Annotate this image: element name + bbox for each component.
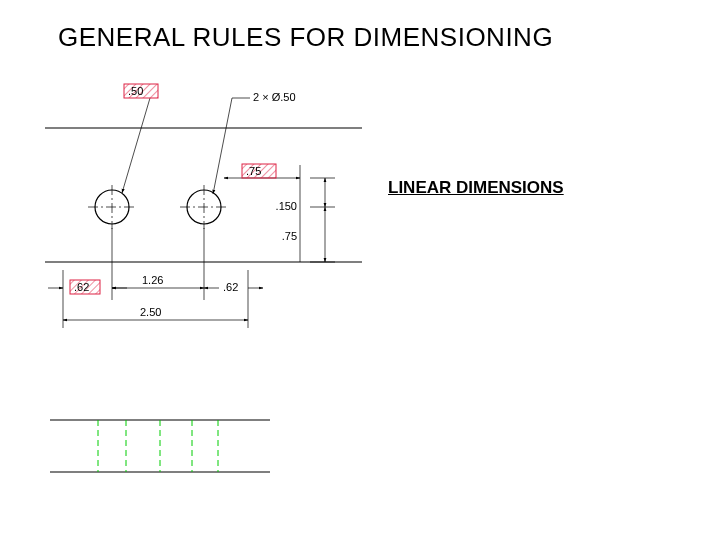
svg-line-5 — [122, 98, 150, 193]
dim-h-right: .62 — [223, 281, 238, 293]
dim-vertical-small: .150 — [276, 200, 297, 212]
leader-dim-2: 2 × Ø.50 — [253, 91, 296, 103]
dim-horizontal-upper: .75 — [246, 165, 261, 177]
leader-dim-1: .50 — [128, 85, 143, 97]
dim-h-left: .62 — [74, 281, 89, 293]
dim-vertical-large: .75 — [282, 230, 297, 242]
technical-drawing: .50 2 × Ø.50 .75 .150 .75 .62 1.26 .62 2… — [0, 0, 720, 540]
dim-h-mid: 1.26 — [142, 274, 163, 286]
svg-line-6 — [213, 98, 232, 194]
dim-overall: 2.50 — [140, 306, 161, 318]
